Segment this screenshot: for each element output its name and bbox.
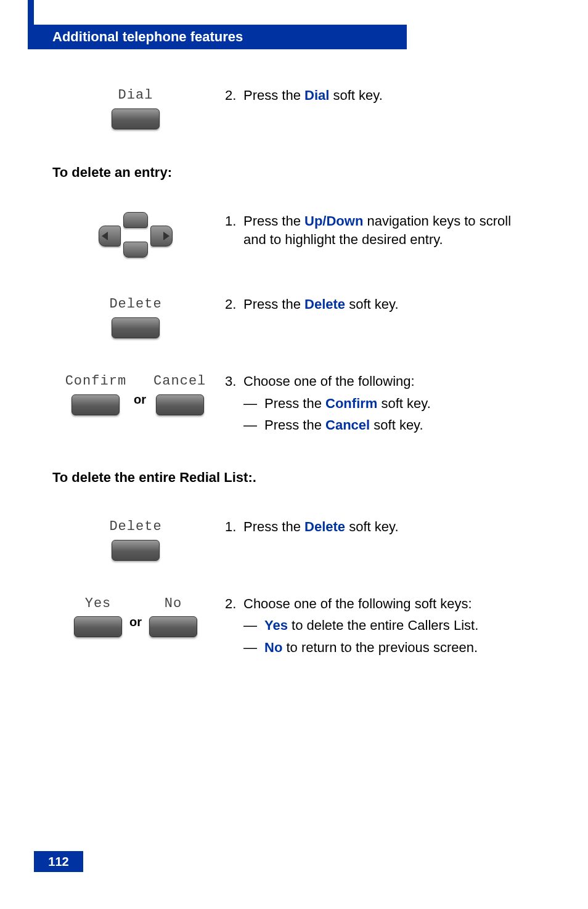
header-accent (28, 0, 34, 49)
text: soft key. (370, 417, 423, 433)
softkey-delete-label: Delete (109, 518, 161, 536)
step-number: 3. (225, 372, 243, 391)
dash-icon: — (243, 394, 264, 413)
or-label: or (129, 601, 142, 630)
step-text: Press the Up/Down navigation keys to scr… (243, 212, 536, 248)
softkey-dial-label: Dial (118, 86, 153, 105)
step: 1. Press the Up/Down navigation keys to … (225, 212, 536, 248)
substep: — Yes to delete the entire Callers List. (225, 616, 536, 635)
softkey-confirm-label: Confirm (65, 372, 126, 391)
text: Press the (264, 417, 325, 433)
text: soft key. (377, 396, 430, 411)
text: to return to the previous screen. (282, 640, 478, 655)
softkey-yes-label: Yes (85, 595, 112, 613)
softkey-delete-label: Delete (109, 295, 161, 314)
keycap-icon (156, 394, 204, 415)
step-number: 1. (225, 518, 243, 536)
softkey-no[interactable]: No (149, 595, 197, 638)
softkey-confirm[interactable]: Confirm (65, 372, 126, 415)
substep: — Press the Cancel soft key. (225, 416, 536, 434)
substep: — No to return to the previous screen. (225, 638, 536, 657)
keycap-icon (112, 540, 160, 561)
page-header: Additional telephone features (0, 0, 588, 49)
softkey-cancel[interactable]: Cancel (153, 372, 206, 415)
step-number: 2. (225, 595, 243, 613)
substep: — Press the Confirm soft key. (225, 394, 536, 413)
nav-right-icon (150, 226, 173, 247)
step: 3. Choose one of the following: (225, 372, 536, 391)
key-name: Up/Down (304, 213, 363, 229)
step: 1. Press the Delete soft key. (225, 518, 536, 536)
keycap-icon (112, 108, 160, 129)
step-text: Press the Delete soft key. (243, 295, 536, 314)
text: soft key. (345, 519, 398, 534)
page-content: Dial 2. Press the Dial soft key. To dele… (0, 49, 588, 657)
key-name: Delete (304, 296, 345, 312)
header-title: Additional telephone features (34, 25, 407, 49)
text: Press the (264, 396, 325, 411)
step: 2. Press the Dial soft key. (225, 86, 536, 105)
dash-icon: — (243, 616, 264, 635)
key-name: Confirm (325, 396, 377, 411)
dash-icon: — (243, 638, 264, 657)
text: Press the (243, 519, 304, 534)
page-number: 112 (34, 851, 83, 872)
section-heading-delete-entry: To delete an entry: (52, 163, 536, 182)
key-name: Cancel (325, 417, 370, 433)
text: to delete the entire Callers List. (288, 618, 478, 633)
or-label: or (134, 379, 146, 408)
step-text: Choose one of the following soft keys: (243, 595, 536, 613)
navigation-pad[interactable] (99, 212, 173, 261)
step-text: Press the Delete soft key. (243, 518, 536, 536)
softkey-no-label: No (165, 595, 182, 613)
keycap-icon (149, 616, 197, 637)
softkey-delete[interactable]: Delete (109, 518, 161, 561)
step-number: 2. (225, 86, 243, 105)
text: soft key. (345, 296, 398, 312)
substep-text: Press the Confirm soft key. (264, 394, 431, 413)
substep-text: No to return to the previous screen. (264, 638, 478, 657)
step-number: 1. (225, 212, 243, 248)
text: Press the (243, 296, 304, 312)
step-number: 2. (225, 295, 243, 314)
softkey-dial[interactable]: Dial (112, 86, 160, 129)
key-name: No (264, 640, 282, 655)
step: 2. Press the Delete soft key. (225, 295, 536, 314)
step: 2. Choose one of the following soft keys… (225, 595, 536, 613)
softkey-yes[interactable]: Yes (74, 595, 122, 638)
substep-text: Press the Cancel soft key. (264, 416, 423, 434)
key-name: Dial (304, 88, 329, 103)
softkey-cancel-label: Cancel (153, 372, 206, 391)
substep-text: Yes to delete the entire Callers List. (264, 616, 478, 635)
text: Press the (243, 88, 304, 103)
section-heading-delete-list: To delete the entire Redial List:. (52, 468, 536, 487)
key-name: Delete (304, 519, 345, 534)
nav-down-icon (123, 242, 148, 258)
nav-up-icon (123, 212, 148, 228)
key-name: Yes (264, 618, 288, 633)
dash-icon: — (243, 416, 264, 434)
keycap-icon (71, 394, 120, 415)
keycap-icon (74, 616, 122, 637)
softkey-delete[interactable]: Delete (109, 295, 161, 338)
text: Press the (243, 213, 304, 229)
step-text: Choose one of the following: (243, 372, 536, 391)
step-text: Press the Dial soft key. (243, 86, 536, 105)
keycap-icon (112, 317, 160, 338)
nav-left-icon (99, 226, 121, 247)
text: soft key. (329, 88, 382, 103)
